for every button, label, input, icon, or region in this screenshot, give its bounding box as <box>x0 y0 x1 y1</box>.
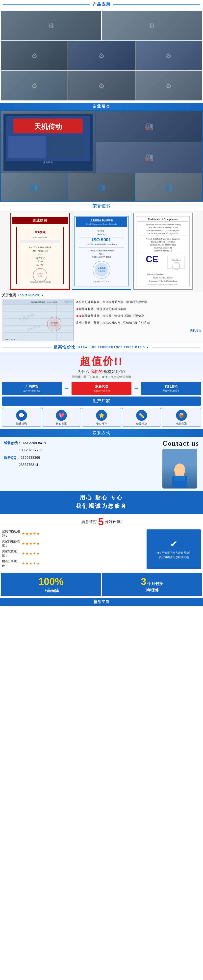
contact-left-col: 销售热线： 133-3268-8478 180-2828-7736 服务QQ： … <box>4 439 160 469</box>
contact-header-title: 联系方式 <box>93 431 110 435</box>
address-icon: ✏️ <box>136 410 147 421</box>
svg-point-37 <box>95 263 108 277</box>
app-image-1: ⚙ <box>1 11 101 40</box>
invoice-watermark-top: 天机传动 <box>63 300 73 304</box>
super-value-header-en: ULTRA HIGH PERFORMANCE PRICE RATIO <box>77 346 145 348</box>
apps-row-2: ⚙ ⚙ ⚙ <box>1 41 202 70</box>
service-item-4: ✏️ 修改地址 <box>122 408 161 427</box>
rating-label-3: 卖家发货速度： <box>2 549 22 558</box>
qq-label: 服务QQ： <box>4 455 20 460</box>
svg-text:法定代表人：: 法定代表人： <box>35 257 45 259</box>
svg-text:质量管理体系认证证书: 质量管理体系认证证书 <box>90 219 113 222</box>
qq-row-1: 服务QQ： 2355938366 <box>4 454 160 461</box>
svg-text:Organization: TÜV Certificatio: Organization: TÜV Certification Body <box>149 280 177 282</box>
invoice-text-block: 本公司可开具收款、增值税普通发票、增值税专用发票 ★如需开收票，请提供公司的单位… <box>76 299 201 341</box>
highlight-text: 我们的 <box>90 369 103 374</box>
svg-text:住所：: 住所： <box>37 253 43 255</box>
guarantee-box-1: 100% 正品保障 <box>1 573 101 597</box>
exhibition-image-6: 👥 <box>135 173 202 200</box>
service-item-1: 💬 快速咨询 <box>2 408 41 427</box>
pricing-arrow-2: → <box>133 382 140 395</box>
exhibition-image-1: 天机传动 企业展会 <box>1 111 95 173</box>
slogan-line-2: 我们竭诚为您服务 <box>4 503 199 510</box>
svg-text:专用印章: 专用印章 <box>98 270 105 272</box>
svg-text:Official Seal: Official Seal <box>171 259 181 261</box>
sales-phone-1: 133-3268-8478 <box>22 441 46 445</box>
service-item-3: ⭐ 专心推荐 <box>82 408 121 427</box>
slogan-text-1: 用心 贴心 专心 <box>80 495 123 501</box>
invoice-form-image: 天机传动 增值税普通发票 No 01110376 <box>2 299 74 341</box>
service-label-5: 包换包退 <box>176 422 187 426</box>
svg-text:认证范围：传动设备的研发、生产和销售: 认证范围：传动设备的研发、生产和销售 <box>86 243 117 245</box>
service-label-4: 修改地址 <box>136 422 147 426</box>
svg-text:营业执照: 营业执照 <box>35 231 46 234</box>
svg-text:天机传动: 天机传动 <box>51 321 58 324</box>
svg-rect-55 <box>138 253 188 253</box>
rating-title-post: 分好评哦! <box>105 520 122 524</box>
svg-text:the following standards and re: the following standards and regulations <box>148 232 178 235</box>
guarantee-box-2: 3 个月包换 1年保修 <box>102 573 202 597</box>
footer-label: 精品宝贝 <box>94 600 109 604</box>
svg-rect-44 <box>138 221 188 222</box>
guarantee-months-label: 个月包换 <box>147 582 163 586</box>
super-value-sub-title: 为什么 我们的 价格如此低? <box>2 369 201 374</box>
pricing-box-2: 多层代理 增加各种成本价 <box>71 382 132 395</box>
sales-phone2-row: 180-2828-7736 <box>4 447 160 454</box>
rating-num: 5 <box>98 516 104 527</box>
qq-row-2: 2355775314 <box>4 461 160 468</box>
super-value-reason: 因为我们是厂家直销，直接把优惠送给消费者 <box>2 375 201 379</box>
invoice-header-row: 关于发票 ABOUT INVOICE ▼ <box>2 293 201 298</box>
apps-row-1: ⚙ ⚙ <box>1 11 202 40</box>
service-label-3: 专心推荐 <box>96 422 107 426</box>
qq-number-2: 2355775314 <box>19 463 38 467</box>
app-image-3: ⚙ <box>1 41 68 70</box>
service-item-5: 📦 包换包退 <box>162 408 201 427</box>
apps-row-3: ⚙ ⚙ ⚙ <box>1 71 202 100</box>
product-apps-section: 产品应用 ⚙ ⚙ ⚙ ⚙ ⚙ ⚙ <box>0 0 203 103</box>
contact-us-text: Contact us <box>162 439 199 447</box>
slogan-section: 用心 贴心 专心 我们竭诚为您服务 <box>0 491 203 514</box>
rating-row-2: 卖家的服务态度： ★★★★★ <box>2 539 144 548</box>
pricing-box-3-sub: 无任何附加成本 <box>143 389 199 393</box>
svg-text:No 01110376: No 01110376 <box>5 339 15 340</box>
app-image-2: ⚙ <box>102 11 202 40</box>
product-apps-grid: ⚙ ⚙ ⚙ ⚙ ⚙ ⚙ ⚙ ⚙ <box>0 9 203 103</box>
exhibition-images: 天机传动 企业展会 🏭 🏭 <box>1 111 202 173</box>
sales-hotline-row: 销售热线： 133-3268-8478 <box>4 439 160 447</box>
certs-grid: 营业执照 营业执照 统一社会信用代码 名称：天机传动机械有限公司 类型：有限责任… <box>0 211 203 292</box>
invoice-content-row: 天机传动 增值税普通发票 No 01110376 <box>2 299 201 341</box>
super-value-content: 超值价!! 为什么 我们的 价格如此低? 因为我们是厂家直销，直接把优惠送给消费… <box>0 352 203 429</box>
svg-text:专用章: 专用章 <box>38 275 42 277</box>
guarantee-num-1: 100% <box>3 576 99 587</box>
service-label-2: 耐心答案 <box>56 422 67 426</box>
exhibition-image-5: 👥 <box>68 173 135 200</box>
pricing-box-1-title: 厂商供货 <box>4 384 60 388</box>
footer-bar: 精品宝贝 <box>0 598 203 606</box>
guarantee-months: 3 <box>141 576 146 587</box>
product-apps-header: 产品应用 <box>0 0 203 9</box>
svg-text:企业展会: 企业展会 <box>43 161 53 164</box>
certs-container: 营业执照 营业执照 统一社会信用代码 名称：天机传动机械有限公司 类型：有限责任… <box>2 213 201 290</box>
contact-right-col: Contact us <box>162 439 199 488</box>
invoice-brand: 天机传动 <box>76 328 201 333</box>
svg-text:Issue Date: 2023-03-15: Issue Date: 2023-03-15 <box>154 247 172 249</box>
pricing-box-1-sub: 成本价批量批发 <box>4 389 60 393</box>
svg-point-83 <box>49 319 60 329</box>
service-label-1: 快速咨询 <box>16 422 27 426</box>
sales-label: 销售热线： <box>4 441 21 445</box>
svg-rect-5 <box>48 136 85 158</box>
svg-text:ISO 9001: ISO 9001 <box>92 237 111 242</box>
svg-text:Name: Technical Director: Name: Technical Director <box>153 277 173 279</box>
slogan-line-1: 用心 贴心 专心 <box>4 494 199 501</box>
exhibition-header: 企业展会 <box>0 103 203 110</box>
app-image-4: ⚙ <box>68 41 135 70</box>
svg-text:认证机构：: 认证机构： <box>97 234 106 235</box>
super-value-header-title: 超高性价比 <box>54 345 76 350</box>
svg-text:增值税普通发票: 增值税普通发票 <box>31 301 45 304</box>
svg-rect-4 <box>8 136 46 158</box>
app-image-7: ⚙ <box>68 71 135 100</box>
svg-text:有效期：2023年至2026年: 有效期：2023年至2026年 <box>92 256 111 258</box>
svg-rect-65 <box>2 299 74 341</box>
guarantee-num-2: 3 个月包换 <box>104 576 200 587</box>
rating-row-1: 宝贝与描述相符： ★★★★★ <box>2 530 144 538</box>
